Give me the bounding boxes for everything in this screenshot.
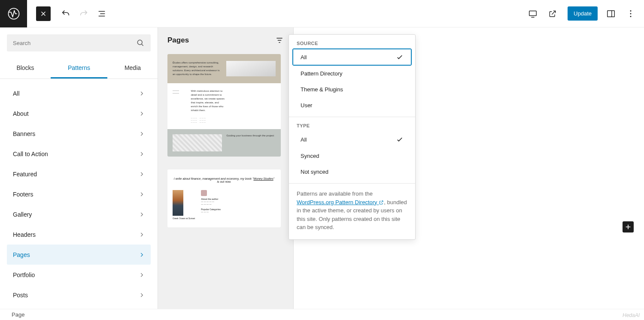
block-inserter-panel: Search Blocks Patterns Media All About B…: [0, 27, 158, 309]
search-icon: [136, 39, 145, 47]
breadcrumb[interactable]: Page: [12, 311, 24, 318]
top-toolbar: Update: [0, 0, 644, 27]
svg-point-6: [137, 40, 142, 45]
wordpress-logo[interactable]: [0, 0, 27, 27]
add-block-button[interactable]: [623, 221, 634, 232]
category-about[interactable]: About: [7, 103, 151, 124]
pattern-image: [226, 61, 276, 76]
filter-source-user[interactable]: User: [292, 97, 412, 113]
svg-point-4: [630, 13, 632, 14]
pattern-text: Greek Ocean at Sunset: [173, 217, 195, 220]
filter-footer-text: Patterns are available from the WordPres…: [289, 184, 415, 239]
pattern-image: [173, 134, 222, 151]
search-input[interactable]: Search: [7, 34, 151, 51]
pattern-text: Guiding your business through the projec…: [226, 134, 274, 151]
pattern-text: ——————: [173, 89, 187, 123]
pattern-text: With meticulous attention to detail and …: [191, 89, 225, 112]
filter-icon[interactable]: [275, 36, 284, 45]
pattern-text: I write about finance, management and ec…: [173, 177, 276, 183]
tab-media[interactable]: Media: [107, 58, 158, 78]
pattern-text: About the author— — — — —— — — — Popular…: [201, 190, 276, 220]
toolbar-right: Update: [524, 5, 644, 23]
options-button[interactable]: [622, 5, 640, 23]
check-icon: [396, 53, 404, 61]
preview-header: Pages: [167, 36, 284, 45]
undo-button[interactable]: [57, 5, 75, 23]
watermark: HedaAI: [623, 312, 640, 318]
filter-type-heading: Type: [289, 123, 415, 131]
category-call-to-action[interactable]: Call to Action: [7, 144, 151, 164]
filter-type-not-synced[interactable]: Not synced: [292, 164, 412, 180]
pattern-image: [173, 190, 183, 216]
category-banners[interactable]: Banners: [7, 124, 151, 144]
filter-source-theme-plugins[interactable]: Theme & Plugins: [292, 82, 412, 97]
document-overview-button[interactable]: [93, 5, 111, 23]
pattern-categories: All About Banners Call to Action Feature…: [0, 79, 158, 309]
category-gallery[interactable]: Gallery: [7, 204, 151, 224]
preview-title: Pages: [167, 36, 189, 45]
sidebar-toggle-button[interactable]: [602, 5, 620, 23]
category-posts[interactable]: Posts: [7, 285, 151, 305]
update-button[interactable]: Update: [568, 6, 598, 21]
category-portfolio[interactable]: Portfolio: [7, 265, 151, 285]
category-footers[interactable]: Footers: [7, 184, 151, 204]
pattern-preview-blogging-home[interactable]: I write about finance, management and ec…: [167, 169, 281, 227]
tab-blocks[interactable]: Blocks: [0, 58, 51, 78]
category-featured[interactable]: Featured: [7, 164, 151, 184]
svg-point-5: [630, 15, 632, 17]
close-inserter-button[interactable]: [36, 6, 51, 21]
category-headers[interactable]: Headers: [7, 224, 151, 245]
pattern-filter-popover: Source All Pattern Directory Theme & Plu…: [289, 34, 416, 240]
filter-source-all[interactable]: All: [292, 48, 412, 66]
svg-rect-1: [529, 11, 537, 15]
search-placeholder: Search: [13, 40, 30, 46]
search-wrap: Search: [0, 27, 158, 58]
pattern-preview-business-home[interactable]: Études offers comprehensive consulting, …: [167, 54, 281, 157]
redo-button[interactable]: [75, 5, 93, 23]
svg-rect-2: [608, 10, 615, 17]
category-all[interactable]: All: [7, 83, 151, 103]
category-pages[interactable]: Pages: [7, 245, 151, 265]
view-button[interactable]: [524, 5, 542, 23]
filter-source-pattern-directory[interactable]: Pattern Directory: [292, 66, 412, 82]
pattern-text: — — —— — —— — —— — —— — —— — —: [191, 117, 276, 123]
pattern-directory-link[interactable]: WordPress.org Pattern Directory: [297, 199, 384, 205]
inserter-tabs: Blocks Patterns Media: [0, 58, 158, 79]
toolbar-left: [0, 0, 111, 27]
filter-source-heading: Source: [289, 41, 415, 48]
pattern-text: Études offers comprehensive consulting, …: [173, 61, 222, 76]
filter-type-all[interactable]: All: [292, 131, 412, 148]
filter-type-synced[interactable]: Synced: [292, 148, 412, 164]
pattern-preview-column: Pages Études offers comprehensive consul…: [158, 27, 294, 309]
breadcrumb-bar: Page: [0, 309, 644, 320]
svg-point-3: [630, 10, 632, 12]
check-icon: [396, 136, 404, 143]
tab-patterns[interactable]: Patterns: [51, 58, 107, 78]
preview-external-button[interactable]: [544, 5, 562, 23]
